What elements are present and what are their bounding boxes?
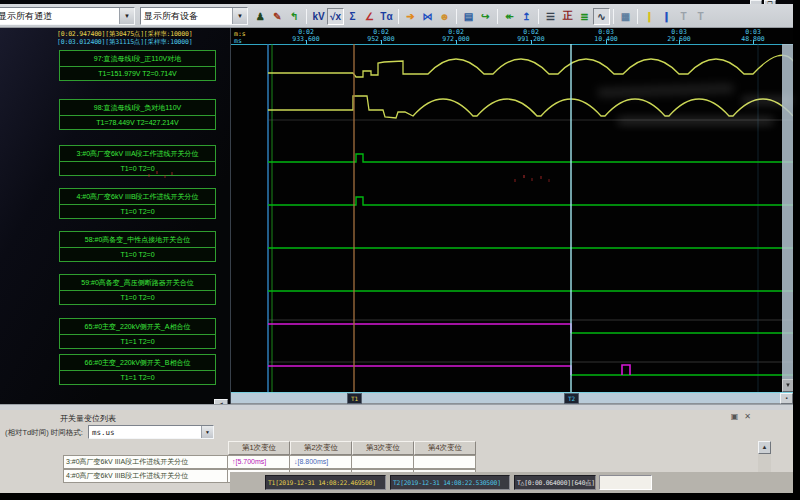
toolbar-separator — [306, 9, 307, 24]
toolbar-icons: ♟✎↰kV√xΣ∠Tα➔⋈☻▤↪↞↥☰正≣∿▦❙❙TT — [252, 7, 709, 25]
digital-trace-4 — [268, 197, 794, 205]
up-arrow-icon[interactable]: ↥ — [518, 8, 535, 25]
channel-cursor-values: T1=1 T2=0 — [59, 370, 216, 385]
waveform-plot-area[interactable]: m:s ms 0:02933.6000:02952.8000:02972.000… — [230, 28, 793, 404]
status-t2-time: T2[2019-12-31 14:08:22.530500] — [390, 475, 510, 490]
channel-cursor-values: T1=151.979V T2=0.714V — [59, 66, 216, 81]
status-bar: T1[2019-12-31 14:08:22.469500] T2[2019-1… — [230, 472, 793, 493]
window-layout-icon[interactable]: ▤ — [460, 8, 477, 25]
channel-cursor-values: T1=78.449V T2=427.214V — [59, 115, 216, 130]
channel-label-65[interactable]: 65:#0主变_220kV侧开关_A相合位T1=1 T2=0 — [59, 318, 216, 349]
table-header-2: 第2次变位 — [290, 441, 352, 455]
pin-icon[interactable]: ▣ — [731, 412, 739, 421]
channel-label-66[interactable]: 66:#0主变_220kV侧开关_B相合位T1=1 T2=0 — [59, 354, 216, 385]
jump-arrow-icon[interactable]: ➔ — [402, 8, 419, 25]
person-icon[interactable]: ♟ — [252, 8, 269, 25]
digital-trace-3 — [268, 154, 794, 162]
chevron-down-icon[interactable]: ▼ — [119, 8, 134, 24]
device-filter-combobox[interactable]: 显示所有设备 ▼ — [140, 7, 248, 25]
t1-disabled-icon[interactable]: T — [675, 8, 692, 25]
channel-name: 59:#0高备变_高压侧断路器开关合位 — [59, 274, 216, 291]
chevron-down-icon[interactable]: ▼ — [201, 426, 213, 438]
toolbar-separator — [456, 9, 457, 24]
digital-trace-65-high — [268, 324, 571, 333]
channel-label-58[interactable]: 58:#0高备变_中性点接地开关合位T1=0 T2=0 — [59, 231, 216, 262]
channel-cursor-values: T1=0 T2=0 — [59, 290, 216, 305]
toolbar-separator — [637, 9, 638, 24]
ghost-icon[interactable]: ☻ — [436, 8, 453, 25]
blue-cursor-icon[interactable]: ❙ — [658, 8, 675, 25]
toolbar-separator — [497, 9, 498, 24]
status-t1-time: T1[2019-12-31 14:08:22.469500] — [265, 475, 386, 490]
chevron-down-icon[interactable]: ▼ — [232, 8, 247, 24]
table-cell: ↑[5.700ms] — [228, 455, 290, 469]
scroll-up-button[interactable]: ▲ — [758, 441, 771, 454]
back-arrow-icon[interactable]: ↞ — [501, 8, 518, 25]
t1-cursor-marker[interactable]: T1 — [347, 393, 362, 404]
fit-width-icon[interactable]: ⋈ — [419, 8, 436, 25]
analog-trace-97 — [268, 55, 794, 77]
scroll-right-button[interactable]: ▪ — [780, 393, 793, 404]
table-cell — [414, 455, 476, 469]
sigma-icon[interactable]: Σ — [344, 8, 361, 25]
channel-name: 58:#0高备变_中性点接地开关合位 — [59, 231, 216, 248]
toolbar-separator — [613, 9, 614, 24]
ta-icon[interactable]: Tα — [378, 8, 395, 25]
channel-name: 65:#0主变_220kV侧开关_A相合位 — [59, 318, 216, 335]
device-filter-value: 显示所有设备 — [141, 10, 232, 23]
channel-label-3[interactable]: 3:#0高厂变6kV IIIA段工作进线开关分位T1=0 T2=0 — [59, 145, 216, 176]
grid-icon[interactable]: ▦ — [617, 8, 634, 25]
channel-name: 4:#0高厂变6kV IIIB段工作进线开关分位 — [59, 188, 216, 205]
channel-cursor-values: T1=0 T2=0 — [59, 247, 216, 262]
digital-trace-66-pulse — [622, 365, 630, 375]
status-delta-time: T△[0:00.064000][640点] — [514, 475, 596, 490]
kv-icon[interactable]: kV — [310, 8, 327, 25]
t2-disabled-icon[interactable]: T — [692, 8, 709, 25]
undo-arrow-icon[interactable]: ↰ — [286, 8, 303, 25]
channel-name: 97:直流母线I段_正110V对地 — [59, 50, 216, 67]
toolbar-separator — [398, 9, 399, 24]
table-row-label: 4:#0高厂变6kV IIIB段工作进线开关分位 — [63, 469, 228, 483]
t2-cursor-marker[interactable]: T2 — [564, 393, 579, 404]
list-icon[interactable]: ☰ — [542, 8, 559, 25]
channel-list-panel: [0:02.947400][第30475点][采样率:10000] [0:03.… — [0, 28, 230, 408]
table-header-1: 第1次变位 — [228, 441, 290, 455]
channel-label-98[interactable]: 98:直流母线I段_负对地110VT1=78.449V T2=427.214V — [59, 99, 216, 130]
time-format-value: ms.us — [89, 428, 201, 437]
table-row-label: 3:#0高厂变6kV IIIA段工作进线开关分位 — [63, 455, 228, 469]
table-header-4: 第4次变位 — [414, 441, 476, 455]
channel-cursor-values: T1=1 T2=0 — [59, 334, 216, 349]
channel-label-4[interactable]: 4:#0高厂变6kV IIIB段工作进线开关分位T1=0 T2=0 — [59, 188, 216, 219]
table-cell: ↓[8.800ms] — [290, 455, 352, 469]
align-lines-icon[interactable]: ≣ — [576, 8, 593, 25]
channel-name: 66:#0主变_220kV侧开关_B相合位 — [59, 354, 216, 371]
table-header-3: 第3次变位 — [352, 441, 414, 455]
forward-arrow-icon[interactable]: ↪ — [477, 8, 494, 25]
close-icon[interactable]: ✕ — [744, 412, 751, 421]
waveform-icon[interactable]: ∿ — [593, 8, 610, 25]
channel-name: 3:#0高厂变6kV IIIA段工作进线开关分位 — [59, 145, 216, 162]
toolbar: 显示所有通道 ▼ 显示所有设备 ▼ ♟✎↰kV√xΣ∠Tα➔⋈☻▤↪↞↥☰正≣∿… — [0, 4, 793, 28]
analog-trace-98 — [268, 96, 793, 118]
sqrt-icon[interactable]: √x — [327, 8, 344, 25]
pen-icon[interactable]: ✎ — [269, 8, 286, 25]
time-format-combobox[interactable]: ms.us ▼ — [88, 425, 214, 439]
status-empty-box — [599, 475, 652, 490]
angle-icon[interactable]: ∠ — [361, 8, 378, 25]
panel-title: 开关量变位列表 — [60, 413, 116, 424]
yellow-cursor-icon[interactable]: ❙ — [641, 8, 658, 25]
t2-position-readout: [0:03.012400][第31115点][采样率:10000] — [57, 38, 192, 47]
toolbar-separator — [538, 9, 539, 24]
screen-photo: — ❐ 显示所有通道 ▼ 显示所有设备 ▼ ♟✎↰kV√xΣ∠Tα➔⋈☻▤↪↞↥… — [0, 0, 800, 500]
channel-label-59[interactable]: 59:#0高备变_高压侧断路器开关合位T1=0 T2=0 — [59, 274, 216, 305]
channel-cursor-values: T1=0 T2=0 — [59, 204, 216, 219]
waveform-canvas[interactable] — [231, 44, 794, 392]
channel-filter-combobox[interactable]: 显示所有通道 ▼ — [0, 7, 135, 25]
photo-edge-bottom — [0, 493, 800, 500]
channel-cursor-values: T1=0 T2=0 — [59, 161, 216, 176]
zheng-icon[interactable]: 正 — [559, 8, 576, 25]
photo-edge-right — [793, 0, 800, 500]
channel-name: 98:直流母线I段_负对地110V — [59, 99, 216, 116]
channel-label-97[interactable]: 97:直流母线I段_正110V对地T1=151.979V T2=0.714V — [59, 50, 216, 81]
plot-horizontal-scrollbar[interactable]: T1 T2 ▪ — [231, 392, 794, 404]
